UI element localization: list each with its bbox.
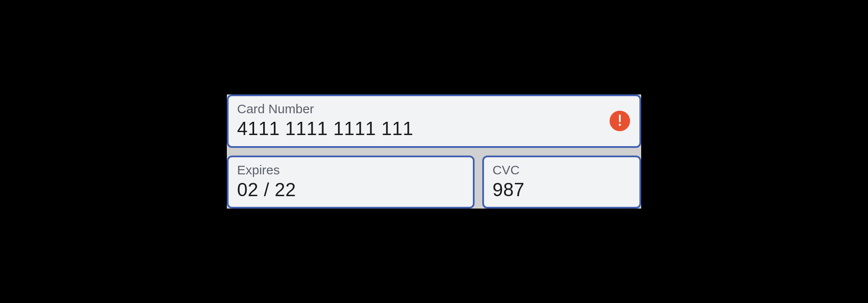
payment-card-form: Card Number 4111 1111 1111 111 Expires 0… xyxy=(227,94,641,209)
svg-rect-0 xyxy=(619,115,621,122)
svg-point-1 xyxy=(619,124,621,126)
expires-value: 02 / 22 xyxy=(237,179,464,200)
expires-label: Expires xyxy=(237,162,464,178)
annotation-line xyxy=(641,120,667,121)
cvc-value: 987 xyxy=(493,179,631,200)
exclamation-icon xyxy=(618,114,622,128)
card-number-field[interactable]: Card Number 4111 1111 1111 111 xyxy=(227,94,641,147)
cvc-label: CVC xyxy=(493,162,631,178)
expires-field[interactable]: Expires 02 / 22 xyxy=(227,156,475,209)
card-number-label: Card Number xyxy=(237,101,631,117)
cvc-field[interactable]: CVC 987 xyxy=(482,156,641,209)
error-badge xyxy=(610,111,630,131)
card-number-value: 4111 1111 1111 111 xyxy=(237,118,631,139)
